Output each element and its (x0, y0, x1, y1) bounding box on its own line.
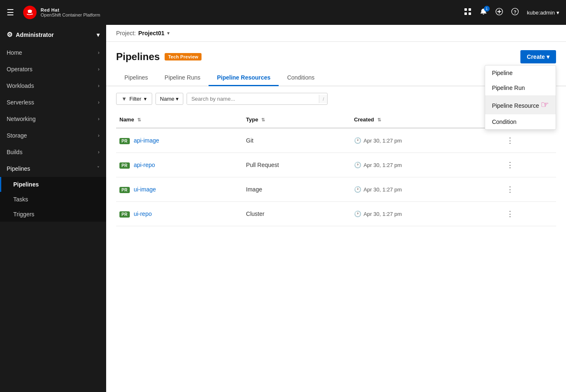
created-value: Apr 30, 1:27 pm (364, 211, 402, 217)
create-button[interactable]: Create ▾ (520, 50, 556, 63)
sidebar-pipelines-sub-menu: Pipelines Tasks Triggers (0, 177, 106, 222)
sort-icon-type: ⇅ (261, 117, 265, 123)
project-bar-value: Project01 (138, 30, 164, 36)
add-circle-icon[interactable] (496, 8, 503, 17)
sidebar: ⚙ Administrator ▾ Home › Operators › Wor… (0, 25, 106, 392)
sidebar-item-home[interactable]: Home › (0, 44, 106, 61)
dropdown-item-pipeline[interactable]: Pipeline (485, 65, 556, 80)
project-bar: Project: Project01 ▾ (106, 25, 566, 42)
kebab-menu-button[interactable]: ⋮ (503, 159, 517, 171)
svg-text:?: ? (513, 9, 516, 14)
help-circle-icon[interactable]: ? (511, 8, 519, 17)
cell-name: PR ui-image (116, 177, 243, 202)
cell-type: Pull Request (243, 153, 350, 177)
table-row: PR api-repo Pull Request 🕐 Apr 30, 1:27 … (116, 153, 556, 177)
sidebar-sub-item-pipelines[interactable]: Pipelines (0, 177, 106, 192)
sidebar-item-pipelines[interactable]: Pipelines ˅ (0, 160, 106, 177)
chevron-right-icon: › (98, 50, 100, 56)
kebab-menu-button[interactable]: ⋮ (503, 208, 517, 220)
create-dropdown-menu: Pipeline Pipeline Run Pipeline Resource☞… (485, 65, 556, 130)
create-button-wrapper: Create ▾ Pipeline Pipeline Run Pipeline … (520, 50, 556, 63)
kebab-menu-button[interactable]: ⋮ (503, 183, 517, 196)
cell-actions: ⋮ (500, 128, 556, 153)
grid-icon[interactable] (464, 8, 471, 17)
dropdown-item-condition[interactable]: Condition (485, 114, 556, 129)
topnav-icons-group: 1 ? kube:admin ▾ (464, 8, 559, 17)
user-label: kube:admin (527, 10, 555, 16)
cell-type: Cluster (243, 202, 350, 226)
cell-type: Image (243, 177, 350, 202)
col-header-type[interactable]: Type ⇅ (243, 111, 350, 128)
sidebar-role-selector[interactable]: ⚙ Administrator ▾ (0, 25, 106, 44)
main-content: Project: Project01 ▾ Pipelines Tech Prev… (106, 25, 566, 392)
created-value: Apr 30, 1:27 pm (364, 162, 402, 168)
sidebar-role-chevron-icon: ▾ (97, 31, 100, 38)
filter-label: Filter (129, 96, 141, 102)
admin-role-icon: ⚙ (7, 31, 12, 39)
dropdown-item-pipeline-run[interactable]: Pipeline Run (485, 80, 556, 95)
user-menu[interactable]: kube:admin ▾ (527, 10, 559, 16)
sidebar-item-builds[interactable]: Builds › (0, 144, 106, 160)
sidebar-item-serverless[interactable]: Serverless › (0, 94, 106, 111)
hamburger-menu-icon[interactable]: ☰ (7, 7, 14, 17)
created-value: Apr 30, 1:27 pm (364, 138, 402, 144)
clock-icon: 🕐 (354, 211, 361, 217)
cell-created: 🕐 Apr 30, 1:27 pm (351, 153, 500, 177)
cell-actions: ⋮ (500, 153, 556, 177)
sidebar-storage-label: Storage (7, 132, 27, 139)
name-filter-dropdown[interactable]: Name ▾ (155, 93, 184, 105)
col-header-created[interactable]: Created ⇅ (351, 111, 500, 128)
project-dropdown-icon[interactable]: ▾ (167, 30, 170, 36)
tab-pipeline-resources[interactable]: Pipeline Resources (209, 70, 279, 86)
name-filter-label: Name (160, 96, 175, 102)
col-header-name[interactable]: Name ⇅ (116, 111, 243, 128)
tab-pipelines[interactable]: Pipelines (116, 70, 156, 86)
resource-name-link[interactable]: api-image (134, 137, 159, 144)
brand-text: Red Hat OpenShift Container Platform (41, 7, 100, 17)
sidebar-item-storage[interactable]: Storage › (0, 127, 106, 144)
dropdown-item-pipeline-resource[interactable]: Pipeline Resource☞ (485, 95, 556, 114)
tab-pipeline-runs[interactable]: Pipeline Runs (156, 70, 209, 86)
name-filter-chevron-icon: ▾ (176, 96, 179, 102)
chevron-right-icon: › (98, 149, 100, 155)
sort-icon-created: ⇅ (377, 117, 381, 123)
sidebar-sub-item-triggers[interactable]: Triggers (0, 207, 106, 222)
chevron-right-icon: › (98, 66, 100, 72)
sidebar-home-label: Home (7, 49, 22, 56)
cell-created: 🕐 Apr 30, 1:27 pm (351, 202, 500, 226)
filter-icon: ▼ (121, 96, 127, 102)
resource-name-link[interactable]: ui-repo (134, 211, 152, 217)
chevron-right-icon: › (98, 99, 100, 105)
chevron-right-icon: › (98, 83, 100, 89)
brand-logo: Red Hat OpenShift Container Platform (22, 5, 100, 20)
tech-preview-badge: Tech Preview (165, 53, 202, 60)
resource-name-link[interactable]: api-repo (134, 162, 155, 168)
clock-icon: 🕐 (354, 137, 361, 144)
pr-badge: PR (119, 162, 130, 169)
sidebar-sub-item-tasks[interactable]: Tasks (0, 192, 106, 207)
sidebar-pipelines-label: Pipelines (7, 165, 30, 172)
chevron-down-icon: ˅ (97, 166, 100, 172)
sidebar-item-operators[interactable]: Operators › (0, 61, 106, 77)
cell-actions: ⋮ (500, 202, 556, 226)
svg-rect-1 (464, 8, 467, 11)
resource-name-link[interactable]: ui-image (134, 186, 156, 193)
kebab-menu-button[interactable]: ⋮ (503, 134, 517, 147)
pr-badge: PR (119, 211, 130, 218)
sidebar-item-workloads[interactable]: Workloads › (0, 77, 106, 94)
cell-created: 🕐 Apr 30, 1:27 pm (351, 128, 500, 153)
table-body: PR api-image Git 🕐 Apr 30, 1:27 pm ⋮ PR … (116, 128, 556, 226)
filter-button[interactable]: ▼ Filter ▾ (116, 93, 152, 105)
sidebar-item-networking[interactable]: Networking › (0, 111, 106, 127)
search-input[interactable] (187, 93, 319, 104)
notification-bell-icon[interactable]: 1 (480, 8, 487, 17)
table-wrap: Name ⇅ Type ⇅ Created ⇅ PR api-im (106, 111, 566, 392)
cell-name: PR api-image (116, 128, 243, 153)
sidebar-workloads-label: Workloads (7, 82, 34, 89)
cell-name: PR api-repo (116, 153, 243, 177)
page-header: Pipelines Tech Preview Create ▾ Pipeline… (106, 42, 566, 63)
pr-badge: PR (119, 138, 130, 144)
sidebar-operators-label: Operators (7, 66, 32, 73)
tab-conditions[interactable]: Conditions (279, 70, 323, 86)
filter-chevron-icon: ▾ (144, 96, 147, 102)
